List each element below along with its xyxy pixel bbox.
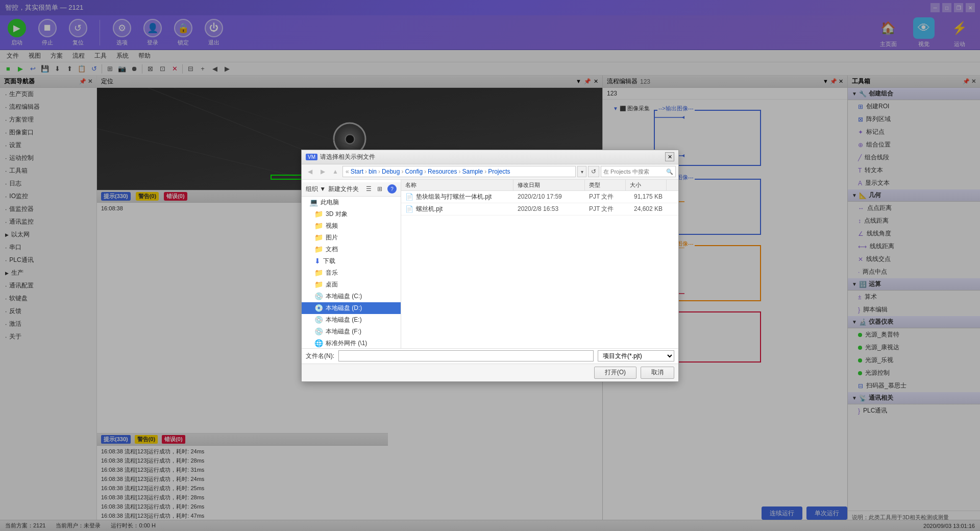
breadcrumb-config[interactable]: Config xyxy=(405,168,423,175)
fb-col-date[interactable]: 修改日期 xyxy=(513,180,585,190)
download-icon: ⬇ xyxy=(314,257,321,265)
folder-music-icon: 📁 xyxy=(314,269,323,277)
folder-desktop-icon: 📁 xyxy=(314,280,323,288)
file-name-0: 📄 垫块组装与打螺丝一体机.pjt xyxy=(401,191,513,203)
fb-filename-label: 文件名(N): xyxy=(306,352,334,360)
folder-video-icon: 📁 xyxy=(314,222,323,230)
breadcrumb-sample[interactable]: Sample xyxy=(462,168,483,175)
breadcrumb-start[interactable]: Start xyxy=(351,168,363,175)
breadcrumb-resources[interactable]: Resources xyxy=(428,168,457,175)
fb-col-name[interactable]: 名称 xyxy=(401,180,513,190)
fb-button-bar: 打开(O) 取消 xyxy=(302,364,678,381)
fb-tree-drive-d[interactable]: 💿 本地磁盘 (D:) xyxy=(302,302,401,314)
file-row-0[interactable]: 📄 垫块组装与打螺丝一体机.pjt 2020/2/10 17:59 PJT 文件… xyxy=(401,191,678,203)
breadcrumb-bin[interactable]: bin xyxy=(369,168,377,175)
breadcrumb-debug[interactable]: Debug xyxy=(382,168,400,175)
fb-left-tree: 组织 ▼ 新建文件夹 ☰ ⊞ ? 💻 此电脑 📁 3D 对象 xyxy=(302,180,401,348)
fb-forward-button[interactable]: ▶ xyxy=(317,166,328,177)
fb-col-size[interactable]: 大小 xyxy=(626,180,667,190)
fb-tree-docs[interactable]: 📁 文档 xyxy=(302,244,401,255)
file-date-0: 2020/2/10 17:59 xyxy=(513,191,585,203)
file-date-1: 2020/2/8 16:53 xyxy=(513,203,585,215)
network1-icon: 🌐 xyxy=(314,339,323,347)
computer-icon: 💻 xyxy=(309,198,318,206)
fb-tree-pictures[interactable]: 📁 图片 xyxy=(302,232,401,244)
file-size-1: 24,602 KB xyxy=(626,203,667,215)
drive-c-icon: 💿 xyxy=(314,292,323,300)
fb-filetype-select[interactable]: 项目文件(*.pjt) xyxy=(598,350,674,361)
fb-help-button[interactable]: ? xyxy=(387,184,397,194)
fb-tree-drive-c[interactable]: 💿 本地磁盘 (C:) xyxy=(302,291,401,302)
fb-tree-video[interactable]: 📁 视频 xyxy=(302,220,401,232)
file-type-1: PJT 文件 xyxy=(585,203,626,215)
file-browser-content: 组织 ▼ 新建文件夹 ☰ ⊞ ? 💻 此电脑 📁 3D 对象 xyxy=(302,180,678,348)
fb-tree-desktop[interactable]: 📁 桌面 xyxy=(302,279,401,291)
dialog-title-area: VM 请选择相关示例文件 xyxy=(306,153,375,161)
file-icon-0: 📄 xyxy=(405,193,413,201)
fb-up-button[interactable]: ▲ xyxy=(330,166,341,177)
file-row-1[interactable]: 📄 螺丝机.pjt 2020/2/8 16:53 PJT 文件 24,602 K… xyxy=(401,203,678,215)
fb-tree-drive-f[interactable]: 💿 本地磁盘 (F:) xyxy=(302,326,401,337)
fb-left-toolbar: 组织 ▼ 新建文件夹 ☰ ⊞ ? xyxy=(302,182,401,197)
drive-d-icon: 💿 xyxy=(314,304,323,312)
fb-column-header: 名称 修改日期 类型 大小 xyxy=(401,180,678,191)
fb-tree-computer[interactable]: 💻 此电脑 xyxy=(302,197,401,208)
fb-view-detail-icon[interactable]: ⊞ xyxy=(375,184,385,194)
fb-search-box: 🔍 xyxy=(601,166,676,177)
fb-view-list-icon[interactable]: ☰ xyxy=(363,184,374,194)
breadcrumb-bar: « Start › bin › Debug › Config › Resourc… xyxy=(342,166,576,177)
fb-back-button[interactable]: ◀ xyxy=(304,166,315,177)
fb-view-icons: ☰ ⊞ xyxy=(363,184,385,194)
drive-e-icon: 💿 xyxy=(314,316,323,324)
fb-tree-downloads[interactable]: ⬇ 下载 xyxy=(302,255,401,267)
fb-search-icon: 🔍 xyxy=(666,168,673,175)
dialog-titlebar: VM 请选择相关示例文件 ✕ xyxy=(302,150,678,164)
fb-search-input[interactable] xyxy=(603,168,665,175)
dialog-logo: VM xyxy=(306,154,317,160)
dialog-title-text: 请选择相关示例文件 xyxy=(320,153,375,161)
fb-path-dropdown[interactable]: ▾ xyxy=(577,166,586,177)
fb-tree-drive-e[interactable]: 💿 本地磁盘 (E:) xyxy=(302,314,401,326)
drive-f-icon: 💿 xyxy=(314,327,323,335)
fb-organize-btn[interactable]: 组织 ▼ xyxy=(306,185,326,194)
dialog-close-button[interactable]: ✕ xyxy=(665,152,674,161)
fb-filename-input[interactable] xyxy=(338,350,594,361)
fb-tree-3d[interactable]: 📁 3D 对象 xyxy=(302,208,401,220)
file-size-0: 91,175 KB xyxy=(626,191,667,203)
file-dialog: VM 请选择相关示例文件 ✕ ◀ ▶ ▲ « Start › bin › Deb… xyxy=(301,150,679,382)
fb-cancel-button[interactable]: 取消 xyxy=(641,367,674,379)
folder-pic-icon: 📁 xyxy=(314,233,323,242)
file-icon-1: 📄 xyxy=(405,205,413,213)
file-browser-toolbar: ◀ ▶ ▲ « Start › bin › Debug › Config › R… xyxy=(302,164,678,180)
fb-tree-network1[interactable]: 🌐 标准外网件 (\1) xyxy=(302,337,401,348)
fb-col-type[interactable]: 类型 xyxy=(585,180,626,190)
fb-open-button[interactable]: 打开(O) xyxy=(594,367,636,379)
fb-tree-music[interactable]: 📁 音乐 xyxy=(302,267,401,279)
fb-filename-bar: 文件名(N): 项目文件(*.pjt) xyxy=(302,348,678,364)
dialog-overlay: VM 请选择相关示例文件 ✕ ◀ ▶ ▲ « Start › bin › Deb… xyxy=(0,0,980,531)
breadcrumb-projects[interactable]: Projects xyxy=(488,168,510,175)
file-name-1: 📄 螺丝机.pjt xyxy=(401,203,513,215)
fb-right-panel: 名称 修改日期 类型 大小 📄 垫块组装与打螺丝一体机.pjt 2020/2/1… xyxy=(401,180,678,348)
folder-3d-icon: 📁 xyxy=(314,210,323,218)
fb-refresh-button[interactable]: ↺ xyxy=(588,166,599,177)
file-type-0: PJT 文件 xyxy=(585,191,626,203)
fb-new-folder-btn[interactable]: 新建文件夹 xyxy=(328,185,359,194)
folder-docs-icon: 📁 xyxy=(314,245,323,253)
